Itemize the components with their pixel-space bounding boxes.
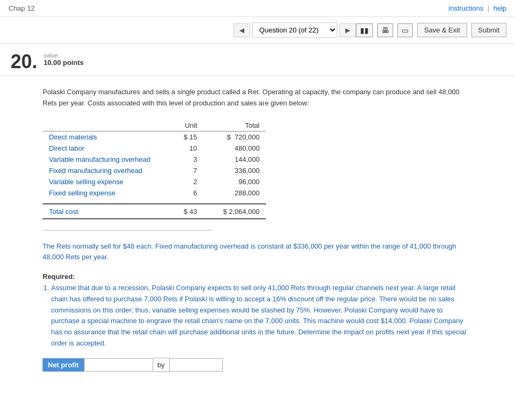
instructions-link[interactable]: instructions <box>448 4 484 12</box>
total-label: Total cost <box>43 204 170 217</box>
cost-table: Unit Total Direct materials $ 15 $ 720,0… <box>43 120 266 219</box>
col-header-total: Total <box>204 120 267 131</box>
additional-info: The Rets normally sell for $48 each. Fix… <box>43 241 468 263</box>
col-header-unit: Unit <box>170 120 204 131</box>
table-row: Variable selling expense 2 96,000 <box>43 176 266 187</box>
table-row: Direct labor 10 480,000 <box>43 143 266 154</box>
row-label: Fixed manufacturing overhead <box>43 165 170 176</box>
question-selector[interactable]: Question 20 (of 22) <box>252 22 337 38</box>
row-label: Variable manufacturing overhead <box>43 154 170 165</box>
nav-bar: ◀ Question 20 (of 22) ▶ ▮▮ 🖶 ▭ Save & Ex… <box>0 17 515 44</box>
row-unit: 3 <box>170 154 204 165</box>
answer-row: Net profit by <box>43 358 468 372</box>
main-content: Polaski Company manufactures and sells a… <box>0 76 511 383</box>
total-row: Total cost $ 43 $ 2,064,000 <box>43 204 266 217</box>
net-profit-input[interactable] <box>84 358 153 372</box>
row-total: 96,000 <box>204 176 267 187</box>
value-label: value: <box>44 52 84 59</box>
question-number: 20. <box>11 52 37 71</box>
spacer-row <box>43 199 266 204</box>
row-total: 288,000 <box>204 187 267 199</box>
print-button[interactable]: 🖶 <box>377 23 393 37</box>
section-divider <box>43 230 213 230</box>
prev-button[interactable]: ◀ <box>234 23 250 37</box>
row-total: $ 720,000 <box>204 131 267 143</box>
bookmark-icon: ▮▮ <box>360 26 369 35</box>
row-unit: 10 <box>170 143 204 154</box>
question-meta: value: 10.00 points <box>44 52 84 67</box>
help-links: instructions | help <box>448 4 506 12</box>
help-link[interactable]: help <box>493 4 506 12</box>
by-value-input[interactable] <box>170 358 223 372</box>
row-unit: 6 <box>170 187 204 199</box>
next-button[interactable]: ▶ <box>339 23 356 37</box>
row-unit: 7 <box>170 165 204 176</box>
row-total: 144,000 <box>204 154 267 165</box>
chapter-text: Chap 12 <box>9 4 35 12</box>
row-unit: $ 15 <box>170 131 204 143</box>
separator: | <box>487 4 489 12</box>
save-exit-button[interactable]: Save & Exit <box>417 23 467 37</box>
total-underline-row <box>43 217 266 219</box>
bookmark-button[interactable]: ▮▮ <box>356 23 373 37</box>
problem-intro: Polaski Company manufactures and sells a… <box>43 87 468 109</box>
net-profit-label: Net profit <box>43 358 84 372</box>
print-icon: 🖶 <box>381 26 389 35</box>
by-label: by <box>153 358 170 372</box>
nav-center: ◀ Question 20 (of 22) ▶ <box>234 22 356 38</box>
total-unit: $ 43 <box>170 204 204 217</box>
table-row: Fixed manufacturing overhead 7 336,000 <box>43 165 266 176</box>
top-bar: Chap 12 instructions | help <box>0 0 515 17</box>
row-label: Direct labor <box>43 143 170 154</box>
row-total: 336,000 <box>204 165 267 176</box>
required-item-1: Assume that due to a recession, Polaski … <box>51 283 468 349</box>
table-row: Variable manufacturing overhead 3 144,00… <box>43 154 266 165</box>
question-header: 20. value: 10.00 points <box>0 44 515 76</box>
row-total: 480,000 <box>204 143 267 154</box>
row-unit: 2 <box>170 176 204 187</box>
nav-right: ▮▮ 🖶 ▭ Save & Exit Submit <box>356 23 506 37</box>
row-label: Fixed selling expense <box>43 187 170 199</box>
required-section: Required: Assume that due to a recession… <box>43 271 468 349</box>
total-amount: $ 2,064,000 <box>204 204 267 217</box>
table-row: Direct materials $ 15 $ 720,000 <box>43 131 266 143</box>
question-points: 10.00 points <box>44 59 84 67</box>
row-label: Variable selling expense <box>43 176 170 187</box>
expand-icon: ▭ <box>402 26 409 35</box>
submit-button[interactable]: Submit <box>471 23 506 37</box>
expand-button[interactable]: ▭ <box>397 23 413 37</box>
table-row: Fixed selling expense 6 288,000 <box>43 187 266 199</box>
chapter-label: Chap 12 <box>9 4 35 12</box>
required-label: Required: <box>43 273 75 281</box>
col-header-blank <box>43 120 170 131</box>
row-label: Direct materials <box>43 131 170 143</box>
